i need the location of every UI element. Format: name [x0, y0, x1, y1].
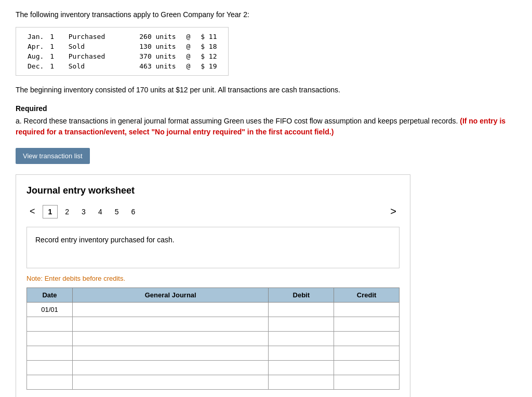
journal-credit-input[interactable]	[338, 320, 395, 328]
journal-credit-cell[interactable]	[334, 361, 400, 375]
journal-entry-row	[27, 346, 400, 361]
journal-date-cell	[27, 361, 73, 375]
tx-day: 1	[47, 42, 57, 51]
journal-debit-input[interactable]	[273, 378, 329, 386]
tx-day: 1	[47, 61, 57, 71]
journal-entry-row	[27, 361, 400, 375]
journal-account-input[interactable]	[77, 378, 264, 386]
journal-credit-input[interactable]	[338, 306, 395, 313]
journal-credit-input[interactable]	[338, 335, 395, 343]
tx-day: 1	[47, 51, 57, 61]
journal-debit-cell[interactable]	[269, 361, 334, 375]
journal-account-cell[interactable]	[73, 303, 269, 317]
transaction-row: Apr. 1 Sold 130 units @ $ 18	[24, 42, 220, 51]
tab-item-6[interactable]: 6	[126, 205, 141, 218]
tx-qty: 370 units	[108, 51, 179, 61]
journal-credit-cell[interactable]	[334, 317, 400, 332]
next-tab-button[interactable]: >	[387, 204, 400, 218]
journal-account-cell[interactable]	[73, 317, 269, 332]
journal-debit-cell[interactable]	[269, 303, 334, 317]
required-text: a. Record these transactions in general …	[16, 116, 516, 138]
journal-entry-row	[27, 332, 400, 346]
tx-month: Jan.	[24, 32, 47, 42]
tx-qty: 463 units	[108, 61, 179, 71]
tx-price: $ 19	[197, 61, 220, 71]
journal-account-input[interactable]	[77, 349, 264, 357]
journal-worksheet: Journal entry worksheet < 123456 > Recor…	[16, 174, 410, 397]
tab-item-4[interactable]: 4	[93, 205, 108, 218]
journal-credit-input[interactable]	[338, 378, 395, 386]
journal-entry-row	[27, 375, 400, 390]
transaction-row: Jan. 1 Purchased 260 units @ $ 11	[24, 32, 220, 42]
tx-type: Sold	[57, 61, 108, 71]
header-credit: Credit	[334, 288, 400, 303]
journal-credit-input[interactable]	[338, 364, 395, 372]
tx-type: Purchased	[57, 51, 108, 61]
tab-item-5[interactable]: 5	[110, 205, 124, 218]
tx-type: Sold	[57, 42, 108, 51]
header-date: Date	[27, 288, 73, 303]
tx-symbol: @	[179, 51, 197, 61]
journal-credit-cell[interactable]	[334, 303, 400, 317]
journal-account-input[interactable]	[77, 364, 264, 372]
tab-item-2[interactable]: 2	[60, 205, 74, 218]
tx-month: Dec.	[24, 61, 47, 71]
journal-debit-input[interactable]	[273, 320, 329, 328]
journal-account-cell[interactable]	[73, 332, 269, 346]
journal-credit-input[interactable]	[338, 349, 395, 357]
tx-month: Aug.	[24, 51, 47, 61]
journal-account-input[interactable]	[77, 306, 264, 313]
header-general-journal: General Journal	[73, 288, 269, 303]
journal-credit-cell[interactable]	[334, 346, 400, 361]
journal-debit-cell[interactable]	[269, 375, 334, 390]
transaction-row: Dec. 1 Sold 463 units @ $ 19	[24, 61, 220, 71]
tab-item-1[interactable]: 1	[43, 205, 58, 218]
journal-date-cell	[27, 375, 73, 390]
tab-item-3[interactable]: 3	[76, 205, 91, 218]
tx-symbol: @	[179, 42, 197, 51]
required-label: Required	[16, 104, 516, 113]
journal-debit-input[interactable]	[273, 349, 329, 357]
tab-navigation: < 123456 >	[26, 204, 400, 218]
journal-credit-cell[interactable]	[334, 375, 400, 390]
journal-date-cell: 01/01	[27, 303, 73, 317]
journal-debit-input[interactable]	[273, 306, 329, 313]
journal-date-cell	[27, 332, 73, 346]
journal-date-cell	[27, 346, 73, 361]
journal-account-input[interactable]	[77, 320, 264, 328]
journal-debit-input[interactable]	[273, 364, 329, 372]
required-section: Required a. Record these transactions in…	[16, 104, 516, 138]
tx-price: $ 11	[197, 32, 220, 42]
tx-qty: 260 units	[108, 32, 179, 42]
journal-entry-row: 01/01	[27, 303, 400, 317]
journal-account-cell[interactable]	[73, 375, 269, 390]
journal-debit-cell[interactable]	[269, 317, 334, 332]
journal-account-cell[interactable]	[73, 346, 269, 361]
tx-price: $ 18	[197, 42, 220, 51]
journal-date-cell	[27, 317, 73, 332]
journal-credit-cell[interactable]	[334, 332, 400, 346]
tx-type: Purchased	[57, 32, 108, 42]
required-text-a: a. Record these transactions in general …	[16, 117, 458, 125]
transaction-table: Jan. 1 Purchased 260 units @ $ 11 Apr. 1…	[16, 27, 229, 76]
tx-month: Apr.	[24, 42, 47, 51]
journal-debit-cell[interactable]	[269, 346, 334, 361]
journal-title: Journal entry worksheet	[26, 185, 400, 196]
tx-price: $ 12	[197, 51, 220, 61]
tx-symbol: @	[179, 32, 197, 42]
journal-account-cell[interactable]	[73, 361, 269, 375]
tx-day: 1	[47, 32, 57, 42]
intro-text: The following inventory transactions app…	[16, 10, 516, 19]
prev-tab-button[interactable]: <	[26, 205, 38, 218]
header-debit: Debit	[269, 288, 334, 303]
beginning-inventory-text: The beginning inventory consisted of 170…	[16, 86, 516, 94]
tx-symbol: @	[179, 61, 197, 71]
journal-debit-cell[interactable]	[269, 332, 334, 346]
journal-debit-input[interactable]	[273, 335, 329, 343]
entry-description-text: Record entry inventory purchased for cas…	[35, 236, 175, 244]
journal-table: Date General Journal Debit Credit 01/01	[26, 288, 400, 390]
view-transaction-list-button[interactable]: View transaction list	[16, 148, 90, 164]
journal-account-input[interactable]	[77, 335, 264, 343]
transaction-row: Aug. 1 Purchased 370 units @ $ 12	[24, 51, 220, 61]
journal-entry-row	[27, 317, 400, 332]
